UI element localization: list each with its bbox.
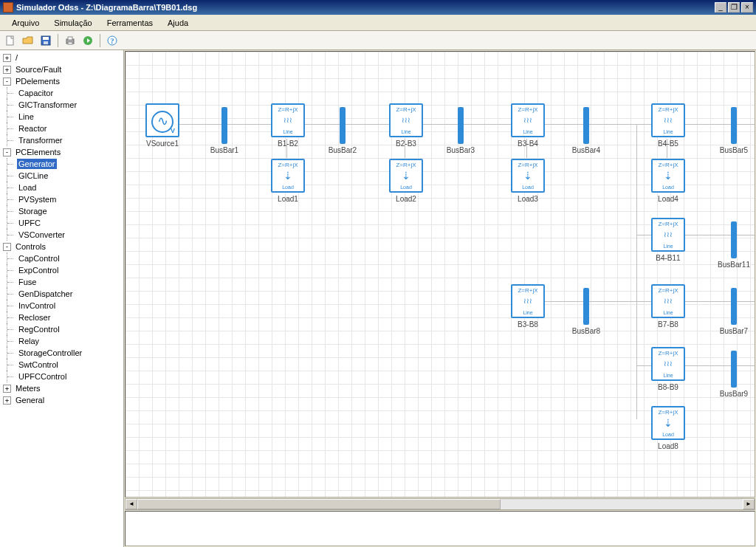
tree-leaf-line[interactable]: Line [0, 111, 123, 123]
collapse-icon[interactable]: - [3, 78, 11, 86]
diagram-busbar[interactable]: BusBar7 [716, 288, 752, 335]
scroll-thumb[interactable] [137, 499, 501, 509]
diagram-load[interactable]: Z=R+jX⇣LoadLoad2 [388, 159, 425, 203]
output-pane[interactable] [125, 511, 755, 546]
tree-leaf-generator[interactable]: Generator [0, 158, 123, 170]
tree-node-root[interactable]: +/ [0, 52, 123, 63]
tree-node-pcelements[interactable]: -PCElements [0, 146, 123, 158]
expand-icon[interactable]: + [3, 54, 11, 62]
diagram-canvas[interactable]: V VSource1 BusBar1BusBar2BusBar3BusBar4B… [125, 51, 755, 498]
tree-leaf-regcontrol[interactable]: RegControl [0, 323, 123, 335]
busbar-icon [731, 288, 737, 325]
diagram-load[interactable]: Z=R+jX⇣LoadLoad3 [509, 159, 546, 203]
busbar-icon [221, 107, 227, 144]
scroll-left-arrow[interactable]: ◄ [126, 499, 137, 509]
tree-node-general[interactable]: +General [0, 394, 123, 406]
tree-leaf-invcontrol[interactable]: InvControl [0, 300, 123, 312]
minimize-button[interactable]: _ [715, 2, 726, 13]
tree-children-pcelements: Generator GICLine Load PVSystem Storage … [0, 158, 123, 241]
save-button[interactable] [38, 33, 53, 48]
tree-leaf-expcontrol[interactable]: ExpControl [0, 264, 123, 276]
horizontal-scrollbar[interactable]: ◄ ► [125, 498, 755, 510]
tree-leaf-gendispatcher[interactable]: GenDispatcher [0, 288, 123, 300]
svg-rect-3 [44, 41, 48, 44]
tree-leaf-swtcontrol[interactable]: SwtControl [0, 359, 123, 371]
tree-node-sourcefault[interactable]: +Source/Fault [0, 63, 123, 75]
scroll-right-arrow[interactable]: ► [743, 499, 755, 509]
diagram-busbar[interactable]: BusBar5 [716, 107, 752, 154]
tree-leaf-pvsystem[interactable]: PVSystem [0, 193, 123, 205]
run-button[interactable] [80, 33, 95, 48]
tree-node-controls[interactable]: -Controls [0, 241, 123, 252]
diagram-busbar[interactable]: BusBar8 [568, 288, 604, 335]
svg-text:?: ? [111, 37, 114, 45]
maximize-button[interactable]: ❐ [728, 2, 740, 13]
tree-node-pdelements[interactable]: -PDelements [0, 75, 123, 87]
diagram-vsource[interactable]: V VSource1 [140, 103, 185, 148]
tree-leaf-gicline[interactable]: GICLine [0, 170, 123, 182]
menu-bar: Arquivo Simulação Ferramentas Ajuda [0, 15, 756, 31]
svg-rect-6 [68, 42, 72, 44]
expand-icon[interactable]: + [3, 396, 11, 405]
diagram-busbar[interactable]: BusBar9 [716, 351, 752, 398]
diagram-line[interactable]: Z=R+jX≀≀≀LineB8-B9 [650, 347, 687, 391]
busbar-icon [458, 107, 464, 144]
busbar-icon [340, 107, 346, 144]
collapse-icon[interactable]: - [3, 148, 11, 156]
tree-leaf-upfccontrol[interactable]: UPFCControl [0, 371, 123, 382]
collapse-icon[interactable]: - [3, 243, 11, 251]
component-tree[interactable]: +/ +Source/Fault -PDelements Capacitor G… [0, 50, 124, 547]
tree-leaf-relay[interactable]: Relay [0, 335, 123, 347]
svg-rect-5 [68, 37, 72, 40]
wire [636, 124, 637, 301]
tree-leaf-upfc[interactable]: UPFC [0, 217, 123, 229]
tree-leaf-gictransformer[interactable]: GICTransformer [0, 99, 123, 111]
diagram-load[interactable]: Z=R+jX⇣LoadLoad4 [650, 159, 687, 203]
print-button[interactable] [63, 33, 78, 48]
tree-leaf-recloser[interactable]: Recloser [0, 312, 123, 323]
wire [636, 301, 637, 419]
toolbar: ? [0, 31, 756, 50]
diagram-line[interactable]: Z=R+jX≀≀≀LineB2-B3 [388, 103, 425, 148]
expand-icon[interactable]: + [3, 66, 11, 74]
help-button[interactable]: ? [105, 33, 120, 48]
tree-leaf-capcontrol[interactable]: CapControl [0, 252, 123, 264]
svg-rect-0 [7, 36, 13, 45]
diagram-load[interactable]: Z=R+jX⇣LoadLoad1 [269, 159, 306, 203]
close-button[interactable]: × [741, 2, 753, 13]
diagram-line[interactable]: Z=R+jX≀≀≀LineB3-B8 [509, 284, 546, 328]
tree-leaf-fuse[interactable]: Fuse [0, 276, 123, 288]
tree-leaf-capacitor[interactable]: Capacitor [0, 87, 123, 99]
tree-leaf-storagecontroller[interactable]: StorageController [0, 347, 123, 359]
menu-ferramentas[interactable]: Ferramentas [100, 16, 160, 30]
tree-children-controls: CapControl ExpControl Fuse GenDispatcher… [0, 252, 123, 382]
menu-ajuda[interactable]: Ajuda [160, 16, 196, 30]
diagram-busbar[interactable]: BusBar4 [568, 107, 604, 154]
tree-leaf-vsconverter[interactable]: VSConverter [0, 229, 123, 241]
diagram-line[interactable]: Z=R+jX≀≀≀LineB4-B5 [650, 103, 687, 148]
menu-arquivo[interactable]: Arquivo [4, 16, 47, 30]
diagram-busbar[interactable]: BusBar11 [716, 221, 752, 269]
tree-leaf-storage[interactable]: Storage [0, 205, 123, 217]
open-file-button[interactable] [21, 33, 35, 48]
diagram-load[interactable]: Z=R+jX⇣LoadLoad8 [650, 406, 687, 450]
busbar-icon [731, 221, 737, 258]
diagram-line[interactable]: Z=R+jX≀≀≀LineB1-B2 [269, 103, 306, 148]
diagram-busbar[interactable]: BusBar2 [325, 107, 360, 154]
diagram-line[interactable]: Z=R+jX≀≀≀LineB7-B8 [650, 284, 687, 328]
diagram-line[interactable]: Z=R+jX≀≀≀LineB3-B4 [509, 103, 546, 148]
diagram-busbar[interactable]: BusBar3 [443, 107, 478, 154]
tree-leaf-load[interactable]: Load [0, 182, 123, 193]
svg-rect-2 [43, 37, 49, 40]
tree-leaf-reactor[interactable]: Reactor [0, 123, 123, 134]
tree-children-pdelements: Capacitor GICTransformer Line Reactor Tr… [0, 87, 123, 146]
app-icon [3, 2, 13, 13]
menu-simulacao[interactable]: Simulação [47, 16, 99, 30]
tree-node-meters[interactable]: +Meters [0, 382, 123, 394]
expand-icon[interactable]: + [3, 385, 11, 393]
tree-leaf-transformer[interactable]: Transformer [0, 134, 123, 146]
new-file-button[interactable] [3, 33, 18, 48]
diagram-busbar[interactable]: BusBar1 [207, 107, 242, 154]
busbar-icon [731, 107, 737, 144]
diagram-line[interactable]: Z=R+jX≀≀≀LineB4-B11 [650, 218, 687, 262]
